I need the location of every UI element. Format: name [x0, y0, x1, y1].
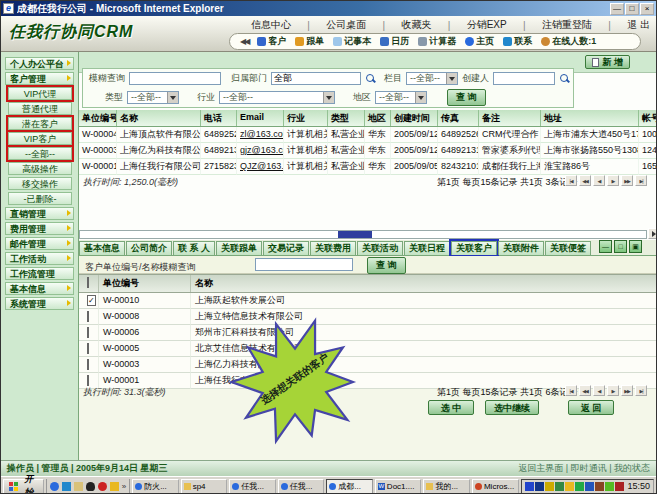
- overflow-chevron-icon[interactable]: »: [122, 482, 126, 491]
- sidebar-item-direct-sales[interactable]: 直销管理: [5, 207, 74, 220]
- sidebar-item-potential-customer[interactable]: 潜在客户: [8, 117, 72, 130]
- sidebar-item-system-mgmt[interactable]: 系统管理: [5, 297, 74, 310]
- toolbar-item-customer[interactable]: 客户: [257, 35, 286, 48]
- select-continue-button[interactable]: 选中继续: [485, 400, 539, 415]
- last-page-button[interactable]: ▶|: [635, 175, 647, 186]
- sidebar-item-work-activity[interactable]: 工作活动: [5, 252, 74, 265]
- col-header[interactable]: Email: [237, 110, 284, 126]
- table-row[interactable]: W-00003上海亿力科技有限公司: [79, 357, 656, 373]
- first-page-button[interactable]: |◀: [565, 385, 577, 396]
- task-renwoxing-1[interactable]: 任我...: [229, 479, 276, 494]
- scrollbar-thumb[interactable]: [338, 231, 372, 238]
- col-header[interactable]: 名称: [117, 110, 201, 126]
- row-checkbox[interactable]: [87, 311, 89, 322]
- qq-icon[interactable]: [86, 482, 95, 491]
- close-button[interactable]: ×: [640, 3, 654, 15]
- dept-input[interactable]: [271, 72, 361, 85]
- power-icon[interactable]: [605, 482, 614, 491]
- col-header[interactable]: 单位编号: [99, 275, 191, 292]
- sidebar-item-expense-mgmt[interactable]: 费用管理: [5, 222, 74, 235]
- region-select[interactable]: --全部--: [375, 91, 427, 104]
- table-row[interactable]: W-00001上海任我行有限公司27158230 QJZ@163.COM 计算机…: [79, 159, 656, 175]
- fast-prev-button[interactable]: ◀◀: [579, 175, 591, 186]
- minimize-button[interactable]: —: [610, 3, 624, 15]
- tab-related-expense[interactable]: 关联费用: [310, 241, 356, 255]
- task-sp4-folder[interactable]: sp4: [181, 479, 228, 494]
- subsearch-query-button[interactable]: 查 询: [367, 257, 406, 274]
- toolbar-item-contacts[interactable]: 联系: [503, 35, 532, 48]
- industry-select[interactable]: --全部--: [219, 91, 335, 104]
- scroll-right-button[interactable]: [648, 228, 656, 239]
- tab-related-orders[interactable]: 关联跟单: [216, 241, 262, 255]
- col-header[interactable]: 创建时间: [391, 110, 438, 126]
- row-checkbox[interactable]: [87, 343, 89, 354]
- next-page-button[interactable]: ▶: [607, 175, 619, 186]
- table-row[interactable]: W-00008上海立特信息技术有限公司: [79, 309, 656, 325]
- horizontal-scrollbar[interactable]: [79, 230, 647, 239]
- sidebar-item-transfer-ops[interactable]: 移交操作: [8, 177, 72, 190]
- status-links[interactable]: 返回主界面 | 即时通讯 | 我的状态: [518, 462, 650, 475]
- tab-related-memos[interactable]: 关联便签: [545, 241, 591, 255]
- prev-page-button[interactable]: ◀: [593, 385, 605, 396]
- subsearch-input[interactable]: [255, 258, 353, 271]
- ie-quicklaunch-icon[interactable]: [50, 482, 59, 491]
- email-link[interactable]: zl@163.com: [237, 127, 284, 143]
- tab-related-attachments[interactable]: 关联附件: [498, 241, 544, 255]
- email-link[interactable]: gjz@163.com: [237, 143, 284, 159]
- col-header[interactable]: 电话: [201, 110, 237, 126]
- tab-contacts[interactable]: 联 系 人: [173, 241, 215, 255]
- pane-restore-button[interactable]: □: [614, 240, 627, 253]
- new-button[interactable]: 新 增: [585, 55, 630, 69]
- table-row[interactable]: W-00004上海顶点软件有限公司64892525 zl@163.com 计算机…: [79, 127, 656, 143]
- sidebar-item-deleted[interactable]: -已删除-: [8, 192, 72, 205]
- toolbar-item-notepad[interactable]: 记事本: [333, 35, 371, 48]
- ime-icon[interactable]: [585, 482, 594, 491]
- tray-icon[interactable]: [535, 482, 544, 491]
- sidebar-item-mail-mgmt[interactable]: 邮件管理: [5, 237, 74, 250]
- menu-item-relogin[interactable]: 注销重登陆: [542, 18, 592, 32]
- tab-related-schedule[interactable]: 关联日程: [404, 241, 450, 255]
- tray-icon[interactable]: [555, 482, 564, 491]
- return-button[interactable]: 返 回: [568, 400, 614, 415]
- row-checkbox[interactable]: [87, 359, 89, 370]
- tray-icon[interactable]: [565, 482, 574, 491]
- tab-company-profile[interactable]: 公司简介: [126, 241, 172, 255]
- media-icon[interactable]: [98, 482, 107, 491]
- toolbar-item-order[interactable]: 跟单: [295, 35, 324, 48]
- table-row[interactable]: W-00006郑州市汇科科技有限公司: [79, 325, 656, 341]
- desktop-icon[interactable]: [74, 482, 83, 491]
- task-microsoft[interactable]: Micros...: [472, 479, 519, 494]
- email-link[interactable]: QJZ@163.COM: [237, 159, 284, 175]
- sidebar-item-advanced-ops[interactable]: 高级操作: [8, 162, 72, 175]
- menu-item-favorites[interactable]: 收藏夹: [401, 18, 431, 32]
- col-header[interactable]: 帐号: [639, 110, 656, 126]
- toolbar-item-home[interactable]: 主页: [465, 35, 494, 48]
- toolbar-item-calendar[interactable]: 日历: [380, 35, 409, 48]
- sidebar-item-workflow-mgmt[interactable]: 工作流管理: [5, 267, 74, 280]
- prev-page-button[interactable]: ◀: [593, 175, 605, 186]
- update-icon[interactable]: [575, 482, 584, 491]
- task-renwoxing-2[interactable]: 任我...: [278, 479, 325, 494]
- row-checkbox[interactable]: ✓: [87, 295, 96, 306]
- pencil-icon[interactable]: [110, 482, 119, 491]
- creator-search-icon[interactable]: [559, 73, 570, 84]
- col-header[interactable]: 名称: [191, 275, 656, 292]
- first-page-button[interactable]: |◀: [565, 175, 577, 186]
- sidebar-item-customer-mgmt[interactable]: 客户管理: [5, 72, 74, 85]
- fast-next-button[interactable]: ▶▶: [621, 385, 633, 396]
- col-header[interactable]: 地址: [541, 110, 639, 126]
- sidebar-item-vip-customer[interactable]: VIP客户: [8, 132, 72, 145]
- pane-minimize-button[interactable]: —: [599, 240, 612, 253]
- maximize-button[interactable]: □: [625, 3, 639, 15]
- sidebar-item-all[interactable]: --全部--: [8, 147, 72, 160]
- col-header[interactable]: 传真: [438, 110, 479, 126]
- tab-related-customers[interactable]: 关联客户: [451, 241, 497, 255]
- tab-related-activity[interactable]: 关联活动: [357, 241, 403, 255]
- task-doc1[interactable]: WDoc1....: [375, 479, 422, 494]
- next-page-button[interactable]: ▶: [607, 385, 619, 396]
- sidebar-item-vip-agent[interactable]: VIP代理: [8, 87, 72, 100]
- dept-search-icon[interactable]: [365, 73, 376, 84]
- start-button[interactable]: 开始: [3, 479, 44, 494]
- outlook-icon[interactable]: [62, 482, 71, 491]
- menu-item-exit[interactable]: 退 出: [627, 18, 650, 32]
